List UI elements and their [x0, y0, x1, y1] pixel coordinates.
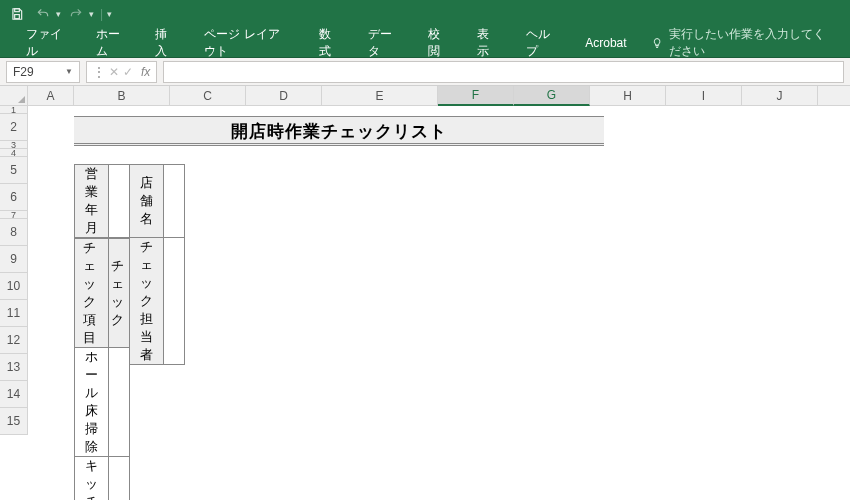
checklist-item-cell[interactable]: ホール床掃除	[75, 348, 109, 457]
worksheet-grid[interactable]: ABCDEFGHIJ 123456789101112131415 開店時作業チェ…	[0, 86, 850, 435]
tab-pagelayout[interactable]: ページ レイアウト	[190, 20, 305, 66]
tab-help[interactable]: ヘルプ	[512, 20, 571, 66]
tab-data[interactable]: データ	[354, 20, 413, 66]
row-header-6[interactable]: 6	[0, 184, 28, 211]
ribbon-tabs: ファイル ホーム 挿入 ページ レイアウト 数式 データ 校閲 表示 ヘルプ A…	[0, 28, 850, 58]
row-header-4[interactable]: 4	[0, 149, 28, 157]
column-header-J[interactable]: J	[742, 86, 818, 105]
tell-me-search[interactable]: 実行したい作業を入力してください	[641, 20, 846, 66]
row-header-14[interactable]: 14	[0, 381, 28, 408]
row-header-13[interactable]: 13	[0, 354, 28, 381]
svg-rect-1	[15, 15, 20, 19]
row-header-15[interactable]: 15	[0, 408, 28, 435]
cell-business-month[interactable]	[109, 165, 130, 238]
column-header-E[interactable]: E	[322, 86, 438, 105]
tab-view[interactable]: 表示	[463, 20, 512, 66]
table-row: ホール床掃除	[75, 348, 130, 457]
checklist-table: チェック項目 チェック ホール床掃除キッチン床掃除店前掃除トイレ掃除客席拭き上げ…	[74, 238, 130, 500]
tell-me-label: 実行したい作業を入力してください	[669, 26, 836, 60]
undo-icon[interactable]	[32, 3, 54, 25]
label-business-month: 営業年月	[75, 165, 109, 238]
checklist-check-cell[interactable]	[109, 348, 130, 457]
column-header-F[interactable]: F	[438, 86, 514, 106]
redo-icon[interactable]	[65, 3, 87, 25]
column-header-C[interactable]: C	[170, 86, 246, 105]
row-header-3[interactable]: 3	[0, 141, 28, 149]
row-header-9[interactable]: 9	[0, 246, 28, 273]
table-header-row: チェック項目 チェック	[75, 239, 130, 348]
formula-bar: F29 ▼ ⋮ ✕ ✓ fx	[0, 58, 850, 86]
lightbulb-icon	[651, 36, 663, 50]
cancel-icon[interactable]: ✕	[109, 65, 119, 79]
enter-icon[interactable]: ✓	[123, 65, 133, 79]
row-header-7[interactable]: 7	[0, 211, 28, 219]
qat-customize-icon[interactable]: ▾	[107, 9, 112, 19]
tab-home[interactable]: ホーム	[82, 20, 141, 66]
cells-area[interactable]: 開店時作業チェックリスト 営業年月 店舗名 営業日 チェック担当者	[28, 106, 850, 435]
formula-buttons: ⋮ ✕ ✓ fx	[86, 61, 157, 83]
row-header-8[interactable]: 8	[0, 219, 28, 246]
column-header-H[interactable]: H	[590, 86, 666, 105]
document-title: 開店時作業チェックリスト	[74, 116, 604, 146]
row-header-11[interactable]: 11	[0, 300, 28, 327]
header-check: チェック	[109, 239, 130, 348]
save-icon[interactable]	[6, 3, 28, 25]
cell-store-name[interactable]	[164, 165, 185, 238]
formula-input[interactable]	[163, 61, 844, 83]
table-row: キッチン床掃除	[75, 457, 130, 501]
row-headers: 123456789101112131415	[0, 106, 28, 435]
tab-formulas[interactable]: 数式	[305, 20, 354, 66]
column-header-I[interactable]: I	[666, 86, 742, 105]
redo-dropdown-icon[interactable]: ▾	[89, 9, 94, 19]
svg-rect-0	[15, 9, 20, 12]
tab-acrobat[interactable]: Acrobat	[571, 30, 640, 56]
row-header-5[interactable]: 5	[0, 157, 28, 184]
tab-file[interactable]: ファイル	[12, 20, 82, 66]
label-checker: チェック担当者	[130, 238, 164, 365]
header-check-item: チェック項目	[75, 239, 109, 348]
select-all-corner[interactable]	[0, 86, 28, 105]
fx-icon[interactable]: fx	[141, 65, 150, 79]
row-header-12[interactable]: 12	[0, 327, 28, 354]
column-header-D[interactable]: D	[246, 86, 322, 105]
name-box-value: F29	[13, 65, 34, 79]
column-header-B[interactable]: B	[74, 86, 170, 105]
row-header-10[interactable]: 10	[0, 273, 28, 300]
checklist-check-cell[interactable]	[109, 457, 130, 501]
chevron-down-icon: ▼	[65, 67, 73, 76]
row-header-2[interactable]: 2	[0, 114, 28, 141]
name-box[interactable]: F29 ▼	[6, 61, 80, 83]
tab-review[interactable]: 校閲	[414, 20, 463, 66]
row-header-1[interactable]: 1	[0, 106, 28, 114]
tab-insert[interactable]: 挿入	[141, 20, 190, 66]
column-headers: ABCDEFGHIJ	[0, 86, 850, 106]
cell-checker[interactable]	[164, 238, 185, 365]
checklist-item-cell[interactable]: キッチン床掃除	[75, 457, 109, 501]
label-store-name: 店舗名	[130, 165, 164, 238]
column-header-A[interactable]: A	[28, 86, 74, 105]
column-header-G[interactable]: G	[514, 86, 590, 106]
undo-dropdown-icon[interactable]: ▾	[56, 9, 61, 19]
table-row: 営業年月 店舗名	[75, 165, 185, 238]
